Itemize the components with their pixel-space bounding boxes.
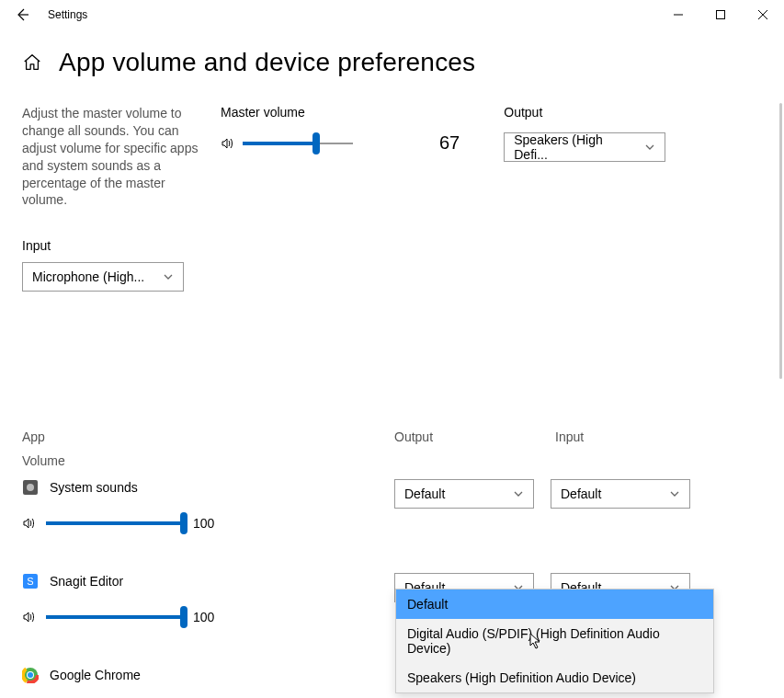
master-volume-slider[interactable] xyxy=(243,132,353,154)
minimize-button[interactable] xyxy=(657,0,699,29)
dropdown-item[interactable]: Speakers (High Definition Audio Device) xyxy=(396,663,713,692)
speaker-icon xyxy=(22,516,37,531)
svg-rect-1 xyxy=(717,11,725,19)
chevron-down-icon xyxy=(644,142,655,153)
window-controls xyxy=(657,0,784,29)
input-column-label: Input xyxy=(555,429,762,444)
output-column-label: Output xyxy=(394,429,555,444)
maximize-button[interactable] xyxy=(699,0,742,29)
output-section: Output Speakers (High Defi... xyxy=(504,105,665,209)
app-name: System sounds xyxy=(50,480,138,495)
speaker-icon xyxy=(22,610,37,624)
master-volume-value: 67 xyxy=(439,132,460,209)
app-name: Google Chrome xyxy=(50,668,141,682)
top-row: Adjust the master volume to change all s… xyxy=(22,105,762,209)
svg-point-3 xyxy=(27,484,34,491)
dropdown-item[interactable]: Digital Audio (S/PDIF) (High Definition … xyxy=(396,619,713,663)
input-section: Input Microphone (High... xyxy=(22,238,762,292)
master-volume-section: Master volume xyxy=(221,105,404,209)
speaker-icon xyxy=(221,136,235,151)
app-input-value: Default xyxy=(561,486,601,501)
master-volume-control xyxy=(221,132,404,154)
input-device-value: Microphone (High... xyxy=(32,269,144,284)
app-icon xyxy=(22,667,39,683)
app-icon: S xyxy=(22,573,39,589)
app-input-combo[interactable]: Default xyxy=(551,479,690,509)
app-row: System sounds 100 Default Default xyxy=(22,479,762,562)
app-output-value: Default xyxy=(404,486,445,501)
app-volume-value: 100 xyxy=(193,610,214,624)
volume-column-label: Volume xyxy=(22,453,762,468)
output-label: Output xyxy=(504,105,665,120)
app-column-label: App xyxy=(22,429,394,444)
apps-header: App Output Input xyxy=(22,429,762,444)
dropdown-item[interactable]: Default xyxy=(396,589,713,619)
close-button[interactable] xyxy=(742,0,784,29)
chevron-down-icon xyxy=(669,488,680,499)
titlebar: Settings xyxy=(0,0,784,29)
app-name: Snagit Editor xyxy=(50,574,123,589)
page-title: App volume and device preferences xyxy=(59,48,475,77)
app-icon xyxy=(22,479,39,496)
output-device-value: Speakers (High Defi... xyxy=(514,132,637,162)
home-icon[interactable] xyxy=(22,52,42,73)
chevron-down-icon xyxy=(163,271,174,282)
svg-point-10 xyxy=(28,672,33,678)
back-button[interactable] xyxy=(0,0,44,29)
input-device-combo[interactable]: Microphone (High... xyxy=(22,262,184,292)
app-volume-value: 100 xyxy=(193,516,214,531)
app-volume-slider[interactable] xyxy=(46,512,184,534)
page-header: App volume and device preferences xyxy=(0,29,784,77)
output-device-combo[interactable]: Speakers (High Defi... xyxy=(504,132,665,162)
help-text: Adjust the master volume to change all s… xyxy=(22,105,202,209)
chevron-down-icon xyxy=(513,488,524,499)
svg-text:S: S xyxy=(27,576,33,587)
window-title: Settings xyxy=(44,8,657,21)
app-output-combo[interactable]: Default xyxy=(394,479,534,509)
master-volume-label: Master volume xyxy=(221,105,404,120)
app-volume-slider[interactable] xyxy=(46,606,184,628)
input-label: Input xyxy=(22,238,762,253)
output-dropdown-popup: Default Digital Audio (S/PDIF) (High Def… xyxy=(395,589,714,693)
